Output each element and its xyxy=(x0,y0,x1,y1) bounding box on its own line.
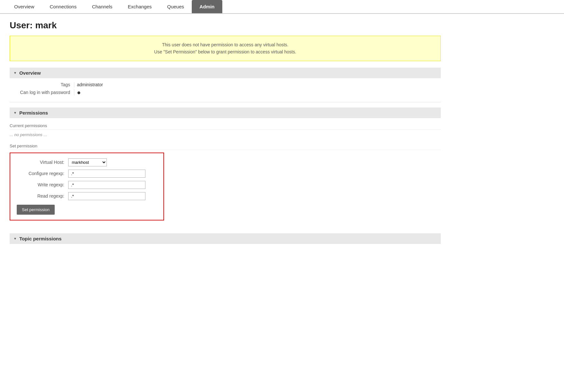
page-title-username: mark xyxy=(35,20,57,30)
nav-admin[interactable]: Admin xyxy=(192,0,222,13)
permissions-section: Current permissions ... no permissions .… xyxy=(10,122,441,227)
nav-overview[interactable]: Overview xyxy=(6,0,42,13)
overview-table: Tags administrator Can log in with passw… xyxy=(16,82,441,96)
warning-line1: This user does not have permission to ac… xyxy=(18,41,433,48)
permissions-section-header[interactable]: ▼ Permissions xyxy=(10,107,441,118)
virtual-host-row: Virtual Host: markhost xyxy=(17,158,157,166)
topic-permissions-label: Topic permissions xyxy=(19,236,61,241)
tags-row: Tags administrator xyxy=(16,82,441,87)
configure-regexp-label: Configure regexp: xyxy=(17,171,68,176)
write-regexp-row: Write regexp: xyxy=(17,181,157,189)
read-regexp-input[interactable] xyxy=(68,192,145,200)
overview-section-label: Overview xyxy=(19,70,41,76)
configure-regexp-row: Configure regexp: xyxy=(17,170,157,178)
can-login-value: ● xyxy=(74,89,81,96)
set-permission-label: Set permission xyxy=(10,142,441,150)
overview-section-header[interactable]: ▼ Overview xyxy=(10,68,441,78)
current-permissions-label: Current permissions xyxy=(10,122,441,130)
warning-line2: Use "Set Permission" below to grant perm… xyxy=(18,48,433,55)
warning-banner: This user does not have permission to ac… xyxy=(10,36,441,61)
nav-exchanges[interactable]: Exchanges xyxy=(120,0,159,13)
nav-queues[interactable]: Queues xyxy=(160,0,192,13)
virtual-host-select[interactable]: markhost xyxy=(68,158,107,166)
divider-1 xyxy=(10,102,441,102)
nav-channels[interactable]: Channels xyxy=(84,0,120,13)
topic-permissions-section-header[interactable]: ▼ Topic permissions xyxy=(10,233,441,244)
permission-form-box: Virtual Host: markhost Configure regexp:… xyxy=(10,153,164,220)
collapse-triangle-overview: ▼ xyxy=(14,71,17,75)
tags-value: administrator xyxy=(74,82,103,87)
collapse-triangle-permissions: ▼ xyxy=(14,111,17,115)
read-regexp-label: Read regexp: xyxy=(17,193,68,199)
set-permission-button[interactable]: Set permission xyxy=(17,205,55,215)
topic-permissions-section: ▼ Topic permissions xyxy=(10,233,441,244)
page-content: User: mark This user does not have permi… xyxy=(0,14,450,254)
virtual-host-label: Virtual Host: xyxy=(17,160,68,165)
nav-bar: Overview Connections Channels Exchanges … xyxy=(0,0,564,14)
collapse-triangle-topic: ▼ xyxy=(14,237,17,240)
no-permissions-text: ... no permissions ... xyxy=(10,132,441,137)
write-regexp-label: Write regexp: xyxy=(17,182,68,187)
nav-connections[interactable]: Connections xyxy=(42,0,84,13)
configure-regexp-input[interactable] xyxy=(68,170,145,178)
permissions-section-label: Permissions xyxy=(19,110,48,116)
write-regexp-input[interactable] xyxy=(68,181,145,189)
page-title: User: mark xyxy=(10,20,441,31)
page-title-prefix: User: xyxy=(10,20,35,30)
can-login-row: Can log in with password ● xyxy=(16,89,441,96)
tags-label: Tags xyxy=(16,82,74,87)
read-regexp-row: Read regexp: xyxy=(17,192,157,200)
can-login-label: Can log in with password xyxy=(16,90,74,95)
